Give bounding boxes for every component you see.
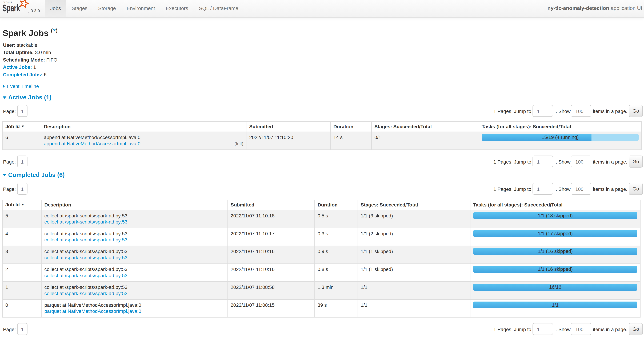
svg-text:TM: TM (28, 11, 29, 13)
svg-text:Spark: Spark (2, 2, 20, 13)
